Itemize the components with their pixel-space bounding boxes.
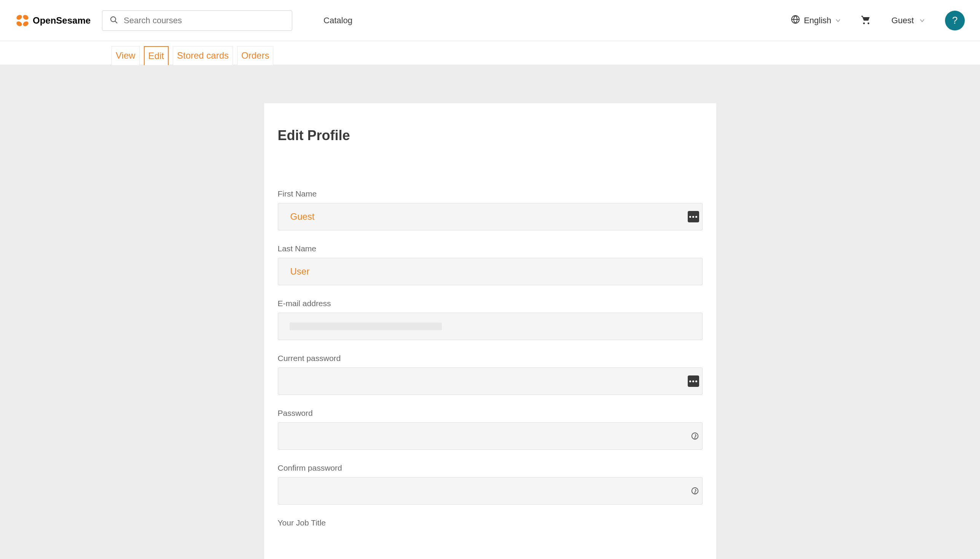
password-input[interactable] bbox=[290, 430, 691, 442]
svg-point-3 bbox=[22, 20, 29, 26]
current-password-label: Current password bbox=[278, 354, 703, 363]
chevron-down-icon bbox=[835, 18, 841, 23]
profile-tabs: View Edit Stored cards Orders bbox=[0, 41, 980, 65]
page-title: Edit Profile bbox=[278, 127, 703, 144]
confirm-password-input[interactable] bbox=[290, 485, 691, 496]
email-value-redacted bbox=[290, 322, 442, 330]
tab-orders[interactable]: Orders bbox=[237, 46, 273, 65]
field-first-name: First Name bbox=[278, 189, 703, 230]
logo-icon bbox=[15, 13, 30, 28]
help-icon: ? bbox=[952, 15, 957, 26]
svg-point-0 bbox=[16, 14, 23, 20]
top-nav: OpenSesame Catalog English bbox=[0, 0, 980, 41]
search-input[interactable] bbox=[123, 15, 285, 26]
globe-icon bbox=[791, 15, 800, 26]
field-email: E-mail address bbox=[278, 299, 703, 340]
email-label: E-mail address bbox=[278, 299, 703, 308]
cart-icon[interactable] bbox=[861, 15, 871, 26]
user-label: Guest bbox=[891, 16, 914, 25]
first-name-label: First Name bbox=[278, 189, 703, 198]
svg-line-5 bbox=[115, 21, 117, 23]
field-job-title: Your Job Title bbox=[278, 518, 703, 528]
brand-name: OpenSesame bbox=[33, 15, 91, 26]
password-hint-icon[interactable] bbox=[691, 487, 699, 495]
last-name-label: Last Name bbox=[278, 244, 703, 253]
current-password-input[interactable] bbox=[290, 375, 691, 387]
autofill-icon[interactable] bbox=[688, 211, 699, 222]
tab-edit[interactable]: Edit bbox=[144, 46, 168, 65]
user-menu[interactable]: Guest bbox=[891, 16, 925, 25]
field-password: Password bbox=[278, 408, 703, 450]
field-confirm-password: Confirm password bbox=[278, 463, 703, 504]
password-label: Password bbox=[278, 408, 703, 418]
svg-point-2 bbox=[16, 20, 23, 26]
help-button[interactable]: ? bbox=[945, 11, 965, 30]
chevron-down-icon bbox=[919, 18, 925, 23]
confirm-password-label: Confirm password bbox=[278, 463, 703, 473]
svg-point-10 bbox=[695, 492, 695, 493]
language-label: English bbox=[804, 16, 831, 25]
tab-stored-cards[interactable]: Stored cards bbox=[173, 46, 233, 65]
catalog-link[interactable]: Catalog bbox=[323, 16, 352, 25]
last-name-input[interactable] bbox=[290, 266, 691, 277]
search-box[interactable] bbox=[102, 10, 292, 31]
field-last-name: Last Name bbox=[278, 244, 703, 285]
nav-right: English Guest ? bbox=[791, 11, 965, 30]
search-icon bbox=[109, 15, 118, 26]
password-hint-icon[interactable] bbox=[691, 432, 699, 440]
svg-point-1 bbox=[22, 14, 29, 20]
language-selector[interactable]: English bbox=[791, 15, 841, 26]
field-current-password: Current password bbox=[278, 354, 703, 395]
first-name-input[interactable] bbox=[290, 211, 691, 222]
brand-logo[interactable]: OpenSesame bbox=[15, 13, 91, 28]
profile-card: Edit Profile First Name Last Name E-mail… bbox=[264, 103, 716, 559]
job-title-label: Your Job Title bbox=[278, 518, 703, 528]
autofill-icon[interactable] bbox=[688, 375, 699, 387]
svg-point-8 bbox=[695, 438, 695, 438]
tab-view[interactable]: View bbox=[112, 46, 140, 65]
svg-point-4 bbox=[111, 17, 116, 22]
